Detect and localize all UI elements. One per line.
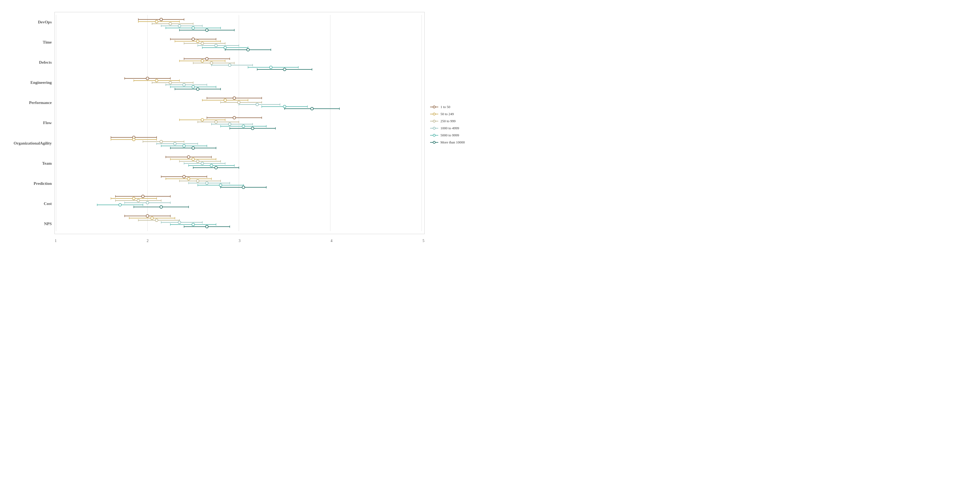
svg-point-76 bbox=[283, 68, 286, 71]
svg-point-256 bbox=[155, 219, 158, 221]
legend-line bbox=[430, 128, 438, 129]
svg-point-56 bbox=[205, 57, 208, 60]
legend-line bbox=[430, 135, 438, 135]
x-axis-label: 2 bbox=[147, 239, 149, 243]
svg-point-132 bbox=[201, 118, 204, 121]
svg-point-60 bbox=[201, 60, 204, 62]
svg-point-16 bbox=[169, 22, 172, 25]
y-label-devops: DevOps bbox=[38, 15, 52, 29]
svg-point-148 bbox=[251, 127, 254, 130]
chart-area: DevOpsTimeDefectsEngineeringPerformanceF… bbox=[0, 9, 490, 245]
y-label-time: Time bbox=[43, 35, 52, 49]
x-axis: 12345 bbox=[55, 239, 425, 243]
svg-point-208 bbox=[196, 180, 199, 182]
legend-label: 5000 to 9999 bbox=[441, 133, 459, 137]
y-label-team: Team bbox=[42, 156, 52, 170]
svg-point-136 bbox=[215, 121, 218, 123]
svg-point-64 bbox=[210, 62, 213, 65]
legend-line bbox=[430, 121, 438, 121]
y-label-engineering: Engineering bbox=[30, 76, 52, 90]
svg-point-212 bbox=[205, 181, 208, 184]
svg-point-192 bbox=[210, 164, 213, 167]
legend-item: 1 to 50 bbox=[430, 105, 479, 109]
svg-point-228 bbox=[132, 197, 135, 200]
svg-point-184 bbox=[196, 160, 199, 162]
svg-point-172 bbox=[192, 147, 195, 150]
svg-point-24 bbox=[192, 27, 195, 29]
y-label-organizationalagility: OrganizationalAgility bbox=[14, 136, 52, 150]
chart-panel: 12345 bbox=[54, 12, 425, 234]
svg-point-96 bbox=[192, 86, 195, 88]
legend-item: More than 10000 bbox=[430, 140, 479, 145]
svg-point-200 bbox=[183, 175, 185, 178]
svg-point-176 bbox=[187, 156, 190, 158]
svg-point-168 bbox=[183, 145, 185, 147]
page: DevOpsTimeDefectsEngineeringPerformanceF… bbox=[0, 0, 490, 245]
svg-point-240 bbox=[119, 204, 121, 206]
svg-point-108 bbox=[224, 99, 226, 102]
svg-point-44 bbox=[215, 44, 218, 47]
legend: 1 to 5050 to 249250 to 9991000 to 499950… bbox=[425, 9, 485, 245]
svg-point-140 bbox=[228, 123, 231, 126]
svg-point-236 bbox=[146, 202, 149, 204]
svg-point-36 bbox=[196, 40, 199, 43]
svg-point-12 bbox=[155, 20, 158, 23]
y-label-performance: Performance bbox=[29, 96, 52, 110]
chart-svg bbox=[55, 12, 425, 234]
svg-point-88 bbox=[169, 81, 172, 84]
x-axis-label: 5 bbox=[423, 239, 425, 243]
svg-point-124 bbox=[310, 107, 313, 110]
svg-point-116 bbox=[256, 103, 259, 106]
legend-label: 250 to 999 bbox=[441, 119, 456, 123]
svg-point-100 bbox=[196, 88, 199, 91]
legend-item: 1000 to 4999 bbox=[430, 126, 479, 130]
svg-point-28 bbox=[205, 29, 208, 32]
svg-point-264 bbox=[192, 223, 195, 226]
chart-and-legend: 12345 1 to 5050 to 249250 to 9991000 to … bbox=[54, 9, 485, 245]
svg-point-8 bbox=[160, 18, 162, 21]
svg-point-216 bbox=[219, 184, 222, 186]
svg-point-244 bbox=[160, 205, 162, 208]
svg-point-112 bbox=[238, 101, 240, 104]
y-label-flow: Flow bbox=[43, 116, 52, 130]
legend-item: 50 to 249 bbox=[430, 112, 479, 116]
legend-label: More than 10000 bbox=[441, 140, 465, 145]
svg-point-72 bbox=[269, 66, 272, 68]
svg-point-268 bbox=[205, 225, 208, 228]
svg-point-68 bbox=[228, 64, 231, 67]
y-label-nps: NPS bbox=[44, 217, 52, 231]
svg-point-164 bbox=[173, 142, 176, 145]
svg-point-204 bbox=[187, 178, 190, 180]
svg-point-32 bbox=[192, 38, 195, 41]
svg-point-188 bbox=[201, 162, 204, 165]
svg-point-48 bbox=[224, 46, 226, 49]
svg-point-260 bbox=[178, 221, 181, 224]
legend-label: 50 to 249 bbox=[441, 112, 454, 116]
x-axis-label: 1 bbox=[55, 239, 57, 243]
legend-line bbox=[430, 142, 438, 143]
svg-point-80 bbox=[146, 77, 149, 80]
svg-point-128 bbox=[233, 116, 236, 119]
y-axis-labels: DevOpsTimeDefectsEngineeringPerformanceF… bbox=[0, 9, 54, 245]
svg-point-196 bbox=[215, 166, 218, 169]
y-label-prediction: Prediction bbox=[34, 177, 52, 191]
svg-point-160 bbox=[160, 140, 162, 143]
y-label-defects: Defects bbox=[39, 55, 52, 69]
svg-point-232 bbox=[137, 199, 140, 202]
legend-label: 1000 to 4999 bbox=[441, 126, 459, 130]
svg-point-92 bbox=[183, 84, 185, 86]
svg-point-120 bbox=[283, 105, 286, 108]
legend-line bbox=[430, 114, 438, 115]
svg-point-156 bbox=[132, 138, 135, 141]
legend-line bbox=[430, 107, 438, 107]
svg-point-40 bbox=[201, 42, 204, 45]
svg-point-220 bbox=[242, 186, 245, 189]
svg-point-52 bbox=[247, 48, 249, 51]
legend-label: 1 to 50 bbox=[441, 105, 450, 109]
svg-point-224 bbox=[142, 195, 144, 197]
x-axis-label: 3 bbox=[239, 239, 241, 243]
legend-item: 250 to 999 bbox=[430, 119, 479, 123]
x-axis-label: 4 bbox=[331, 239, 332, 243]
svg-point-144 bbox=[242, 125, 245, 128]
y-label-cost: Cost bbox=[44, 197, 52, 211]
